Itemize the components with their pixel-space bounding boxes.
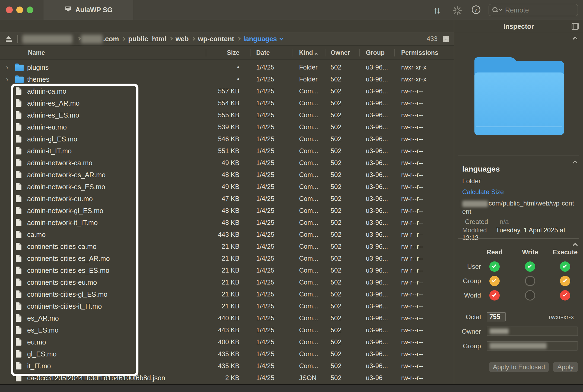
file-owner: 502: [331, 73, 341, 85]
minimize-button[interactable]: [16, 7, 23, 13]
table-row[interactable]: › ca-0cc31205f20441b3df1d1b46100f6b8d.js…: [0, 372, 454, 384]
table-row[interactable]: › continents-cities-it_IT.mo 21 KB 1/4/2…: [0, 300, 454, 312]
domain-redacted[interactable]: [81, 35, 103, 43]
file-type-icon: [16, 338, 21, 346]
breadcrumb-wp-content[interactable]: wp-content: [198, 35, 234, 43]
column-header-permissions[interactable]: Permissions: [401, 46, 438, 60]
group-input[interactable]: [487, 341, 578, 350]
file-type-icon: [16, 87, 21, 95]
file-size: 546 KB: [206, 133, 239, 145]
table-row[interactable]: › admin-network-ca.mo 49 KB 1/4/25 Com..…: [0, 157, 454, 169]
permission-toggle-empty[interactable]: [525, 290, 535, 301]
table-row[interactable]: › admin-network-es_AR.mo 48 KB 1/4/25 Co…: [0, 169, 454, 181]
inspector-title: Inspector: [454, 20, 583, 32]
file-size: 440 KB: [206, 312, 239, 324]
server-name-redacted[interactable]: [22, 35, 72, 43]
file-kind: JSON: [299, 372, 316, 384]
disclosure-chevron-icon[interactable]: ›: [6, 73, 8, 85]
octal-input[interactable]: [487, 312, 506, 321]
table-row[interactable]: › admin-it_IT.mo 551 KB 1/4/25 Com... 50…: [0, 145, 454, 157]
table-row[interactable]: › plugins • 1/4/25 Folder 502 u3-96... r…: [0, 61, 454, 73]
table-row[interactable]: › continents-cities-ca.mo 21 KB 1/4/25 C…: [0, 241, 454, 252]
breadcrumb-domain-suffix[interactable]: .com: [103, 35, 119, 43]
collapse-permissions-chevron-icon[interactable]: [572, 243, 578, 248]
file-date: 1/4/25: [256, 109, 274, 121]
transfers-icon[interactable]: ↑↓: [433, 4, 439, 16]
table-row[interactable]: › it_IT.mo 435 KB 1/4/25 Com... 502 u3-9…: [0, 360, 454, 372]
zoom-button[interactable]: [27, 7, 33, 13]
file-date: 1/4/25: [256, 97, 274, 109]
column-header-owner[interactable]: Owner: [331, 46, 350, 60]
permission-toggle-empty[interactable]: [525, 276, 535, 286]
file-group: u3-96...: [366, 205, 388, 217]
permission-toggle-checked[interactable]: [489, 290, 500, 301]
table-row[interactable]: › es_AR.mo 440 KB 1/4/25 Com... 502 u3-9…: [0, 312, 454, 324]
file-size: 47 KB: [206, 193, 239, 205]
file-date: 1/4/25: [256, 252, 274, 264]
table-row[interactable]: › admin-eu.mo 539 KB 1/4/25 Com... 502 u…: [0, 121, 454, 133]
permission-toggle-checked[interactable]: [560, 276, 570, 286]
collapse-info-chevron-icon[interactable]: [572, 160, 578, 166]
column-header-kind[interactable]: Kind: [299, 46, 318, 60]
connection-tab[interactable]: AulaWP SG: [43, 0, 134, 20]
table-row[interactable]: › continents-cities-es_AR.mo 21 KB 1/4/2…: [0, 252, 454, 264]
file-permissions: rw-r--r--: [401, 324, 423, 336]
table-row[interactable]: › admin-network-it_IT.mo 48 KB 1/4/25 Co…: [0, 217, 454, 229]
table-row[interactable]: › continents-cities-es_ES.mo 21 KB 1/4/2…: [0, 264, 454, 276]
table-row[interactable]: › themes • 1/4/25 Folder 502 u3-96... rw…: [0, 73, 454, 85]
permission-toggle-checked[interactable]: [560, 261, 570, 272]
apply-button[interactable]: Apply: [553, 362, 578, 372]
file-owner: 502: [331, 97, 341, 109]
file-size: 21 KB: [206, 300, 239, 312]
table-row[interactable]: › continents-cities-gl_ES.mo 21 KB 1/4/2…: [0, 288, 454, 300]
breadcrumb-current-folder[interactable]: languages: [243, 35, 277, 43]
disclosure-chevron-icon[interactable]: ›: [6, 61, 8, 73]
file-group: u3-96...: [366, 61, 388, 73]
calculate-size-link[interactable]: Calculate Size: [462, 188, 504, 196]
permission-toggle-checked[interactable]: [560, 290, 570, 301]
file-group: u3-96...: [366, 300, 388, 312]
column-header-group[interactable]: Group: [366, 46, 385, 60]
permission-toggle-checked[interactable]: [489, 261, 500, 272]
table-row[interactable]: › admin-network-gl_ES.mo 48 KB 1/4/25 Co…: [0, 205, 454, 217]
copy-icon[interactable]: [572, 23, 579, 30]
file-owner: 502: [331, 61, 341, 73]
table-row[interactable]: › admin-network-eu.mo 47 KB 1/4/25 Com..…: [0, 193, 454, 205]
collapse-preview-chevron-icon[interactable]: [572, 36, 578, 42]
file-type-icon: [16, 147, 21, 154]
file-permissions: rw-r--r--: [401, 276, 423, 288]
file-permissions: rw-r--r--: [401, 300, 423, 312]
info-icon[interactable]: i: [472, 5, 480, 14]
column-header-date[interactable]: Date: [256, 46, 270, 60]
table-row[interactable]: › es_ES.mo 443 KB 1/4/25 Com... 502 u3-9…: [0, 324, 454, 336]
disconnect-eject-icon[interactable]: [5, 36, 12, 42]
file-kind: Com...: [299, 360, 318, 372]
breadcrumb-public-html[interactable]: public_html: [128, 35, 166, 43]
table-row[interactable]: › admin-es_ES.mo 555 KB 1/4/25 Com... 50…: [0, 109, 454, 121]
apply-to-enclosed-button[interactable]: Apply to Enclosed: [489, 362, 549, 372]
search-input[interactable]: Remote: [489, 4, 578, 16]
table-row[interactable]: › continents-cities-eu.mo 21 KB 1/4/25 C…: [0, 276, 454, 288]
owner-input[interactable]: [487, 327, 578, 336]
table-row[interactable]: › admin-gl_ES.mo 546 KB 1/4/25 Com... 50…: [0, 133, 454, 145]
table-row[interactable]: › eu.mo 400 KB 1/4/25 Com... 502 u3-96..…: [0, 336, 454, 348]
breadcrumb-web[interactable]: web: [176, 35, 189, 43]
column-header-name[interactable]: Name: [28, 46, 45, 60]
table-row[interactable]: › gl_ES.mo 435 KB 1/4/25 Com... 502 u3-9…: [0, 348, 454, 360]
table-row[interactable]: › admin-ca.mo 557 KB 1/4/25 Com... 502 u…: [0, 85, 454, 97]
view-options-icon[interactable]: [443, 36, 449, 42]
file-date: 1/4/25: [256, 157, 274, 169]
breadcrumb: .com public_html web wp-content language…: [103, 32, 283, 45]
table-row[interactable]: › ca.mo 443 KB 1/4/25 Com... 502 u3-96..…: [0, 229, 454, 241]
file-owner: 502: [331, 324, 341, 336]
table-row[interactable]: › admin-es_AR.mo 554 KB 1/4/25 Com... 50…: [0, 97, 454, 109]
column-header-size[interactable]: Size: [206, 46, 239, 60]
search-scope-chevron-icon[interactable]: [499, 8, 502, 11]
file-size: 21 KB: [206, 276, 239, 288]
folder-menu-chevron-icon[interactable]: [280, 37, 283, 40]
table-row[interactable]: › admin-network-es_ES.mo 49 KB 1/4/25 Co…: [0, 181, 454, 193]
close-button[interactable]: [6, 7, 13, 13]
permission-toggle-checked[interactable]: [489, 276, 500, 286]
permission-toggle-checked[interactable]: [525, 261, 535, 272]
file-date: 1/4/25: [256, 372, 274, 384]
